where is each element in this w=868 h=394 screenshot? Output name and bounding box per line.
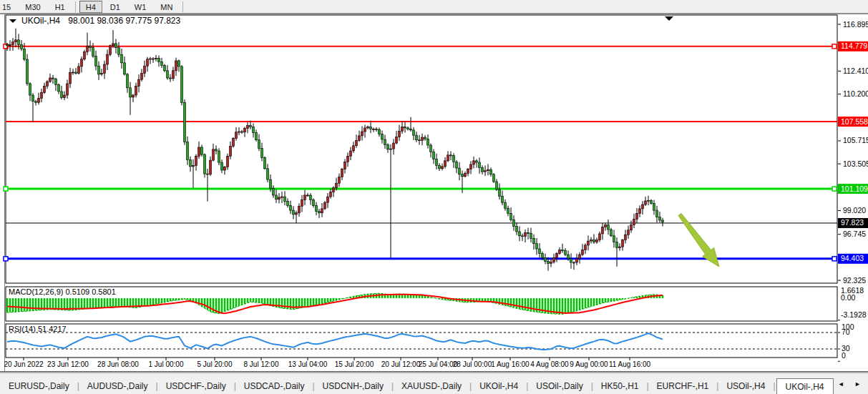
- price-tick-label: 103.505: [843, 159, 868, 168]
- price-tick-label: 110.200: [843, 89, 868, 98]
- chart-tab-usdchf-daily[interactable]: USDCHF-,Daily: [159, 379, 233, 393]
- chart-tab-xauusd-daily[interactable]: XAUUSD-,Daily: [394, 379, 469, 393]
- chart-tab-ukoil-h4[interactable]: UKOil-,H4: [472, 379, 525, 393]
- tab-scroll-right-icon[interactable]: ►: [854, 380, 865, 388]
- chart-tab-audusd-daily[interactable]: AUDUSD-,Daily: [80, 379, 155, 393]
- chart-tab-eurusd-daily[interactable]: EURUSD-,Daily: [1, 379, 77, 393]
- chart-tab-usoil-daily[interactable]: USOil-,Daily: [529, 379, 590, 393]
- window-border-top: [0, 14, 868, 14]
- date-tick-label: 28 Jun 08:00: [97, 360, 139, 368]
- date-tick-label: 9 Aug 00:00: [570, 360, 608, 368]
- date-tick-label: 23 Jun 12:00: [47, 360, 89, 368]
- chart-tab-eurchf-h1[interactable]: EURCHF-,H1: [650, 379, 716, 393]
- date-tick-label: 20 Jul 12:00: [381, 360, 421, 368]
- date-tick-label: 1 Jul 00:00: [149, 360, 184, 368]
- line-handle[interactable]: [832, 44, 837, 49]
- macd-scale-label: 0.00: [841, 293, 856, 302]
- rsi-scale-label: 0: [842, 351, 846, 360]
- chart-title: UKOil-,H4 98.001 98.036 97.775 97.823: [9, 16, 181, 26]
- chart-tab-hk50-h1[interactable]: HK50-,H1: [594, 379, 646, 393]
- date-tick-label: 11 Aug 16:00: [609, 360, 651, 368]
- chart-tab-ukoil-h4[interactable]: UKOil-,H4: [776, 378, 834, 394]
- price-tick-label: 99.020: [843, 206, 866, 215]
- date-tick-label: 13 Jul 04:00: [288, 360, 328, 368]
- line-handle[interactable]: [832, 187, 837, 191]
- price-badge-label: 94.403: [841, 254, 864, 262]
- mt4-chart-window: 15M30H1H4D1W1MN 116.895112.410110.200105…: [0, 0, 868, 394]
- price-badge-label: 101.109: [841, 184, 868, 193]
- chart-tab-usoil-h4[interactable]: USOil-,H4: [719, 379, 772, 393]
- main-chart-pane[interactable]: [6, 15, 837, 283]
- price-tick-label: 96.745: [843, 230, 866, 238]
- ohlc-values: 98.001 98.036 97.775 97.823: [68, 16, 180, 26]
- axis-labels: 116.895112.410110.200105.715103.50599.02…: [838, 20, 868, 362]
- symbol-period-label: UKOil-,H4: [21, 16, 60, 26]
- rsi-label: RSI(14) 51.4217: [9, 325, 67, 333]
- macd-label: MACD(12,26,9) 0.5109 0.5801: [9, 287, 116, 296]
- price-tick-label: 112.410: [843, 67, 868, 75]
- window-border-left: [4, 14, 5, 372]
- tab-scroll-left-icon[interactable]: ◄: [838, 380, 849, 388]
- price-tick-label: 116.895: [843, 20, 868, 29]
- price-tick-label: 105.715: [843, 136, 868, 144]
- window-border-bottom: [0, 371, 868, 372]
- chart-tab-usdcad-daily[interactable]: USDCAD-,Daily: [237, 379, 312, 393]
- date-tick-label: 28 Jul 00:00: [453, 360, 492, 368]
- date-tick-label: 5 Jul 20:00: [198, 360, 233, 368]
- line-handle[interactable]: [4, 187, 8, 191]
- date-tick-label: 20 Jun 2022: [4, 360, 43, 368]
- chart-canvas: 116.895112.410110.200105.715103.50599.02…: [0, 0, 868, 394]
- macd-scale-label: -3.1928: [841, 310, 867, 319]
- date-tick-label: 8 Jul 12:00: [244, 360, 279, 368]
- svg-text:UKOil-,H4 98.001 98.03: UKOil-,H4 98.001 98.036 97.775 97.823: [21, 16, 181, 26]
- date-tick-label: 1 Aug 16:00: [491, 360, 530, 368]
- rsi-scale-label: 70: [842, 327, 850, 336]
- price-badge-label: 107.558: [841, 117, 868, 126]
- date-tick-label: 15 Jul 20:00: [335, 360, 374, 368]
- line-handle[interactable]: [4, 257, 8, 261]
- chart-tab-usdcnh-daily[interactable]: USDCNH-,Daily: [316, 379, 391, 393]
- chart-tab-bar: EURUSD-,Daily|AUDUSD-,Daily|USDCHF-,Dail…: [0, 373, 868, 394]
- price-tick-label: 92.325: [843, 276, 866, 285]
- price-badge-label: 97.823: [841, 218, 864, 227]
- date-tick-label: 4 Aug 08:00: [530, 360, 569, 368]
- price-badge-label: 114.779: [841, 41, 867, 50]
- line-handle[interactable]: [832, 257, 837, 261]
- rsi-pane[interactable]: [6, 324, 837, 358]
- date-tick-label: 25 Jul 04:00: [419, 360, 458, 368]
